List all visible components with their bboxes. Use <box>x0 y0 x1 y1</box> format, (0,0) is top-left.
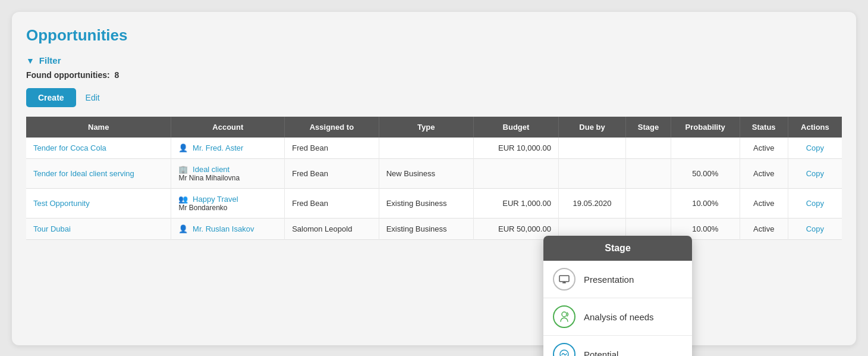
budget-cell <box>473 159 558 189</box>
col-name: Name <box>26 117 171 138</box>
stage-dropdown[interactable]: Stage Presentation <box>543 236 692 356</box>
account-link[interactable]: Mr. Fred. Aster <box>193 143 243 152</box>
table-row: Tender for Ideal client serving 🏢 Ideal … <box>26 159 842 189</box>
account-company-icon: 🏢 <box>178 165 188 174</box>
col-assigned: Assigned to <box>285 117 379 138</box>
assigned-cell: Fred Bean <box>285 189 379 218</box>
table-row: Test Opportunity 👥 Happy Travel Mr Bonda… <box>26 189 842 218</box>
opportunities-table: Name Account Assigned to Type Budget Due… <box>26 117 842 240</box>
col-type: Type <box>379 117 473 138</box>
account-sub: Mr Bondarenko <box>178 204 277 212</box>
stage-dropdown-header: Stage <box>543 236 692 261</box>
budget-cell: EUR 10,000.00 <box>473 138 558 159</box>
stage-label-potential: Potential <box>584 349 618 357</box>
col-actions: Actions <box>788 117 842 138</box>
account-sub: Mr Nina Mihailovna <box>178 174 277 182</box>
type-cell: Existing Business <box>379 218 473 240</box>
prob-cell: 50.00% <box>671 159 740 189</box>
presentation-icon <box>553 268 575 291</box>
assigned-cell: Salomon Leopold <box>285 218 379 240</box>
status-cell: Active <box>740 138 788 159</box>
filter-chevron-icon[interactable]: ▼ <box>26 56 34 65</box>
create-button[interactable]: Create <box>26 88 76 107</box>
copy-link[interactable]: Copy <box>806 143 824 152</box>
type-cell <box>379 138 473 159</box>
stage-cell <box>626 189 671 218</box>
table-wrapper: Name Account Assigned to Type Budget Due… <box>26 117 842 240</box>
stage-label-presentation: Presentation <box>584 274 634 285</box>
col-account: Account <box>171 117 285 138</box>
stage-label-analysis: Analysis of needs <box>584 312 654 322</box>
stage-item-analysis[interactable]: Analysis of needs <box>543 298 692 336</box>
stage-item-potential[interactable]: Potential <box>543 336 692 356</box>
stage-cell <box>626 138 671 159</box>
prob-cell <box>671 138 740 159</box>
page-title: Opportunities <box>26 26 842 45</box>
filter-row: ▼ Filter <box>26 55 842 65</box>
col-budget: Budget <box>473 117 558 138</box>
status-cell: Active <box>740 159 788 189</box>
assigned-cell: Fred Bean <box>285 138 379 159</box>
col-stage: Stage <box>626 117 671 138</box>
col-status: Status <box>740 117 788 138</box>
assigned-cell: Fred Bean <box>285 159 379 189</box>
copy-link[interactable]: Copy <box>806 169 824 178</box>
dueby-cell <box>558 159 625 189</box>
account-person-icon: 👤 <box>178 224 188 233</box>
account-link[interactable]: Mr. Ruslan Isakov <box>193 224 254 233</box>
budget-cell: EUR 1,000.00 <box>473 189 558 218</box>
opportunity-name-link[interactable]: Tender for Ideal client serving <box>33 169 134 178</box>
account-link[interactable]: Ideal client <box>193 165 229 174</box>
stage-item-presentation[interactable]: Presentation <box>543 261 692 298</box>
type-cell: Existing Business <box>379 189 473 218</box>
main-container: Opportunities ▼ Filter Found opportuniti… <box>12 12 856 345</box>
opportunity-name-link[interactable]: Test Opportunity <box>33 199 90 208</box>
svg-point-3 <box>562 312 567 317</box>
status-cell: Active <box>740 189 788 218</box>
potential-icon <box>553 343 575 356</box>
col-dueby: Due by <box>558 117 625 138</box>
table-row: Tender for Coca Cola 👤 Mr. Fred. Aster F… <box>26 138 842 159</box>
prob-cell: 10.00% <box>671 189 740 218</box>
account-person-icon: 👤 <box>178 143 188 152</box>
copy-link[interactable]: Copy <box>806 199 824 208</box>
account-link[interactable]: Happy Travel <box>193 195 238 204</box>
analysis-icon <box>553 305 575 328</box>
col-probability: Probability <box>671 117 740 138</box>
type-cell: New Business <box>379 159 473 189</box>
svg-rect-0 <box>559 276 569 282</box>
copy-link[interactable]: Copy <box>806 224 824 233</box>
dueby-cell: 19.05.2020 <box>558 189 625 218</box>
filter-label[interactable]: Filter <box>39 55 61 65</box>
toolbar: Create Edit <box>26 88 842 107</box>
opportunity-name-link[interactable]: Tender for Coca Cola <box>33 143 106 152</box>
dueby-cell <box>558 138 625 159</box>
opportunity-name-link[interactable]: Tour Dubai <box>33 224 71 233</box>
svg-point-4 <box>560 350 568 356</box>
table-row: Tour Dubai 👤 Mr. Ruslan Isakov Salomon L… <box>26 218 842 240</box>
status-cell: Active <box>740 218 788 240</box>
account-group-icon: 👥 <box>178 195 188 204</box>
edit-link[interactable]: Edit <box>86 93 100 102</box>
found-opportunities-text: Found opportunities: 8 <box>26 70 842 80</box>
stage-cell <box>626 159 671 189</box>
